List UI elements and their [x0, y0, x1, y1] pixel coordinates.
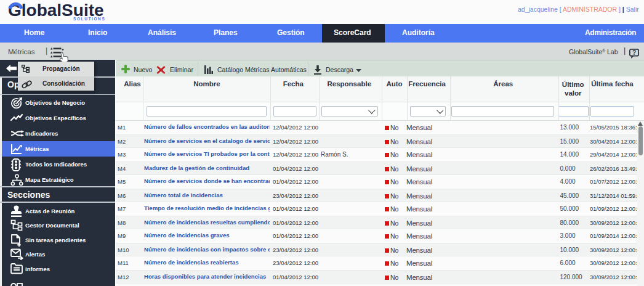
- svg-text:?: ?: [632, 49, 636, 56]
